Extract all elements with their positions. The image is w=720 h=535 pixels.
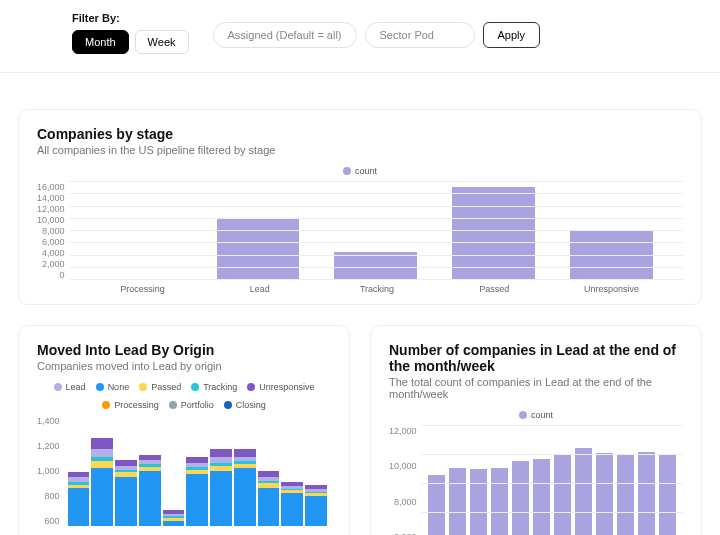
bar-segment bbox=[91, 438, 113, 449]
y-tick: 10,000 bbox=[37, 215, 65, 225]
swatch-icon bbox=[54, 383, 62, 391]
chart-legend: count bbox=[389, 410, 683, 420]
swatch-icon bbox=[224, 401, 232, 409]
chart-legend: count bbox=[37, 166, 683, 176]
bar-segment bbox=[68, 488, 90, 527]
bar-segment bbox=[210, 449, 232, 457]
bar-col bbox=[468, 426, 489, 535]
legend-item: Unresponsive bbox=[247, 382, 314, 392]
companies-by-stage-card: Companies by stage All companies in the … bbox=[18, 109, 702, 305]
grid-line bbox=[69, 206, 683, 207]
chart-legend: LeadNonePassedTrackingUnresponsiveProces… bbox=[37, 382, 331, 410]
chart-subtitle: Companies moved into Lead by origin bbox=[37, 360, 331, 372]
chart-area: 12,00010,0008,0006,000 bbox=[389, 426, 683, 535]
bar-segment bbox=[234, 449, 256, 457]
y-tick: 16,000 bbox=[37, 182, 65, 192]
stacked-bar bbox=[68, 416, 90, 526]
grid-line bbox=[421, 512, 683, 513]
lead-end-period-card: Number of companies in Lead at the end o… bbox=[370, 325, 702, 535]
legend-item: Passed bbox=[139, 382, 181, 392]
x-axis: ProcessingLeadTrackingPassedUnresponsive bbox=[37, 284, 683, 294]
bar-segment bbox=[139, 471, 161, 526]
bar-segment bbox=[91, 461, 113, 468]
filter-controls: Assigned (Default = all) Sector Pod Appl… bbox=[213, 22, 541, 48]
x-tick: Tracking bbox=[318, 284, 435, 294]
bar-col bbox=[573, 426, 594, 535]
month-toggle[interactable]: Month bbox=[72, 30, 129, 54]
stacked-bar bbox=[281, 416, 303, 526]
grid-line bbox=[69, 242, 683, 243]
week-toggle[interactable]: Week bbox=[135, 30, 189, 54]
swatch-icon bbox=[139, 383, 147, 391]
bar-col bbox=[81, 182, 199, 280]
chart-title: Moved Into Lead By Origin bbox=[37, 342, 331, 358]
y-axis: 1,4001,2001,000800600 bbox=[37, 416, 64, 526]
legend-item: Portfolio bbox=[169, 400, 214, 410]
plot-area bbox=[64, 416, 331, 526]
legend-item: None bbox=[96, 382, 130, 392]
bars bbox=[421, 426, 683, 535]
bar bbox=[217, 218, 300, 280]
bar-col bbox=[426, 426, 447, 535]
grid-line bbox=[69, 255, 683, 256]
legend-item: Closing bbox=[224, 400, 266, 410]
bar-col bbox=[317, 182, 435, 280]
plot-area bbox=[69, 182, 683, 280]
y-tick: 1,400 bbox=[37, 416, 60, 426]
legend-label: None bbox=[108, 382, 130, 392]
stacked-bar bbox=[163, 416, 185, 526]
y-tick: 800 bbox=[37, 491, 60, 501]
filter-bar: Filter By: Month Week Assigned (Default … bbox=[0, 0, 720, 73]
y-tick: 8,000 bbox=[389, 497, 417, 507]
legend-label: Passed bbox=[151, 382, 181, 392]
bar-segment bbox=[91, 468, 113, 526]
bar bbox=[491, 468, 508, 535]
y-tick: 8,000 bbox=[37, 226, 65, 236]
bar bbox=[596, 453, 613, 535]
legend-label: Lead bbox=[66, 382, 86, 392]
bar-col bbox=[657, 426, 678, 535]
bar-col bbox=[615, 426, 636, 535]
chart-title: Number of companies in Lead at the end o… bbox=[389, 342, 683, 374]
bar-col bbox=[447, 426, 468, 535]
apply-button[interactable]: Apply bbox=[483, 22, 541, 48]
y-tick: 0 bbox=[37, 270, 65, 280]
x-tick: Processing bbox=[84, 284, 201, 294]
stacked-bar bbox=[91, 416, 113, 526]
y-tick: 14,000 bbox=[37, 193, 65, 203]
bar-segment bbox=[115, 477, 137, 527]
filter-by-group: Filter By: Month Week bbox=[72, 12, 189, 54]
bar-segment bbox=[305, 496, 327, 526]
x-tick: Unresponsive bbox=[553, 284, 670, 294]
dashboard-content: Companies by stage All companies in the … bbox=[0, 73, 720, 535]
bar-col bbox=[594, 426, 615, 535]
assigned-select[interactable]: Assigned (Default = all) bbox=[213, 22, 357, 48]
bar-segment bbox=[91, 449, 113, 457]
bar-col bbox=[510, 426, 531, 535]
stacked-bar bbox=[139, 416, 161, 526]
bar-segment bbox=[163, 521, 185, 527]
bar bbox=[575, 448, 592, 535]
legend-label: count bbox=[531, 410, 553, 420]
bar-col bbox=[199, 182, 317, 280]
grid-line bbox=[69, 267, 683, 268]
y-tick: 1,200 bbox=[37, 441, 60, 451]
legend-item-count: count bbox=[343, 166, 377, 176]
bar-segment bbox=[258, 488, 280, 527]
bar-col bbox=[531, 426, 552, 535]
stacked-bar bbox=[115, 416, 137, 526]
grid-line bbox=[421, 454, 683, 455]
bar bbox=[533, 459, 550, 535]
filter-by-label: Filter By: bbox=[72, 12, 189, 24]
chart-title: Companies by stage bbox=[37, 126, 683, 142]
y-tick: 600 bbox=[37, 516, 60, 526]
grid-line bbox=[69, 218, 683, 219]
y-tick: 6,000 bbox=[37, 237, 65, 247]
grid-line bbox=[421, 483, 683, 484]
sector-select[interactable]: Sector Pod bbox=[365, 22, 475, 48]
swatch-icon bbox=[247, 383, 255, 391]
y-tick: 12,000 bbox=[37, 204, 65, 214]
legend-item: Processing bbox=[102, 400, 159, 410]
moved-into-lead-card: Moved Into Lead By Origin Companies move… bbox=[18, 325, 350, 535]
bar-col bbox=[435, 182, 553, 280]
